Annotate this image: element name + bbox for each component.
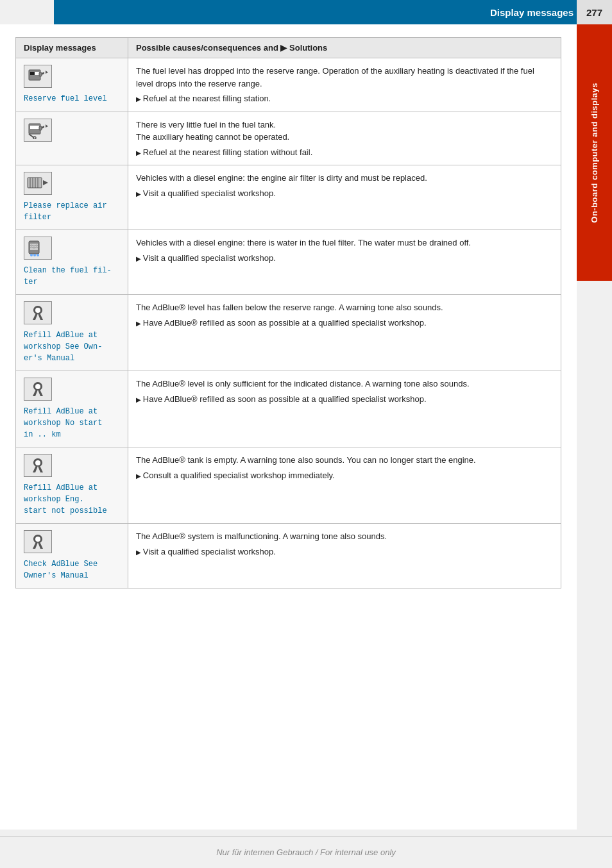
svg-rect-13 [28,178,42,188]
causes-cell-fuel-filter: Vehicles with a diesel engine: there is … [128,230,561,295]
fuel-gauge-icon [24,65,52,88]
fuel-filter-icon [24,237,52,260]
svg-point-23 [37,254,39,256]
causes-cell-very-little-fuel: There is very little fuel in the fuel ta… [128,112,561,165]
svg-rect-8 [39,126,42,130]
main-content: Display messages Possible causes/consequ… [0,24,577,830]
causes-cell-adblue-reserve: The AdBlue® level has fallen below the r… [128,295,561,371]
col-header-causes: Possible causes/consequences and ▶ Solut… [128,38,561,58]
reserve-fuel-label: Reserve fuel level [24,93,120,104]
air-filter-label: Please replace airfilter [24,200,120,223]
adblue-icon-4 [24,530,52,553]
page-number: 277 [577,0,612,24]
solution-air-filter: Visit a qualified specialist workshop. [136,187,553,200]
side-tab-label: On-board computer and displays [590,83,599,223]
svg-marker-5 [46,71,48,74]
table-row: Check AdBlue SeeOwner's Manual The AdBlu… [16,524,561,588]
svg-point-12 [33,137,36,139]
table-row: Clean the fuel fil-ter Vehicles with a d… [16,230,561,295]
page-container: Display messages 277 On-board computer a… [0,0,612,868]
causes-cell-reserve-fuel: The fuel level has dropped into the rese… [128,58,561,112]
svg-marker-4 [42,72,44,75]
svg-point-21 [30,254,33,256]
svg-marker-18 [43,180,48,185]
adblue-icon-2 [24,378,52,401]
adblue-check-label: Check AdBlue SeeOwner's Manual [24,558,120,581]
causes-cell-adblue-check: The AdBlue® system is malfunctioning. A … [128,524,561,588]
display-cell-adblue-check: Check AdBlue SeeOwner's Manual [16,524,128,588]
adblue-icon-3 [24,454,52,477]
header-title: Display messages [490,7,574,18]
solution-very-little-fuel: Refuel at the nearest filling station wi… [136,146,553,159]
display-cell-very-little-fuel [16,112,128,165]
table-row: Refill AdBlue atworkshop Eng.start not p… [16,447,561,524]
solution-fuel-filter: Visit a qualified specialist workshop. [136,252,553,265]
adblue-distance-label: Refill AdBlue atworkshop No startin .. k… [24,406,120,440]
table-row: Reserve fuel level The fuel level has dr… [16,58,561,112]
adblue-empty-label: Refill AdBlue atworkshop Eng.start not p… [24,482,120,517]
table-row: There is very little fuel in the fuel ta… [16,112,561,165]
adblue-icon-1 [24,301,52,324]
svg-point-22 [33,254,36,256]
top-header: Display messages [54,0,612,24]
solution-adblue-distance: Have AdBlue® refilled as soon as possibl… [136,393,553,406]
fuel-filter-label: Clean the fuel fil-ter [24,265,120,288]
svg-point-26 [35,460,40,465]
svg-marker-10 [46,124,48,128]
solution-reserve-fuel: Refuel at the nearest filling station. [136,92,553,105]
col-header-display: Display messages [16,38,128,58]
causes-cell-air-filter: Vehicles with a diesel engine: the engin… [128,165,561,230]
svg-point-25 [35,384,40,389]
display-cell-adblue-reserve: Refill AdBlue atworkshop See Own-er's Ma… [16,295,128,371]
display-cell-adblue-distance: Refill AdBlue atworkshop No startin .. k… [16,371,128,447]
svg-point-24 [35,308,40,313]
adblue-reserve-label: Refill AdBlue atworkshop See Own-er's Ma… [24,330,120,364]
display-cell-air-filter: Please replace airfilter [16,165,128,230]
causes-cell-adblue-distance: The AdBlue® level is only sufficient for… [128,371,561,447]
air-filter-icon [24,172,52,195]
fuel-empty-icon [24,119,52,142]
footer: Nur für internen Gebrauch / For internal… [0,836,612,868]
display-messages-table: Display messages Possible causes/consequ… [15,37,561,588]
solution-adblue-empty: Consult a qualified specialist workshop … [136,469,553,482]
side-tab: On-board computer and displays [577,24,612,281]
display-cell-adblue-empty: Refill AdBlue atworkshop Eng.start not p… [16,447,128,524]
solution-adblue-check: Visit a qualified specialist workshop. [136,546,553,558]
svg-point-27 [35,537,40,542]
display-cell-reserve-fuel: Reserve fuel level [16,58,128,112]
solution-adblue-reserve: Have AdBlue® refilled as soon as possibl… [136,317,553,330]
footer-text: Nur für internen Gebrauch / For internal… [216,847,396,857]
table-row: Please replace airfilter Vehicles with a… [16,165,561,230]
svg-marker-9 [42,126,44,129]
svg-rect-7 [30,126,39,129]
svg-rect-3 [39,72,42,76]
table-row: Refill AdBlue atworkshop See Own-er's Ma… [16,295,561,371]
causes-cell-adblue-empty: The AdBlue® tank is empty. A warning ton… [128,447,561,524]
table-row: Refill AdBlue atworkshop No startin .. k… [16,371,561,447]
svg-rect-2 [30,72,35,75]
display-cell-fuel-filter: Clean the fuel fil-ter [16,230,128,295]
